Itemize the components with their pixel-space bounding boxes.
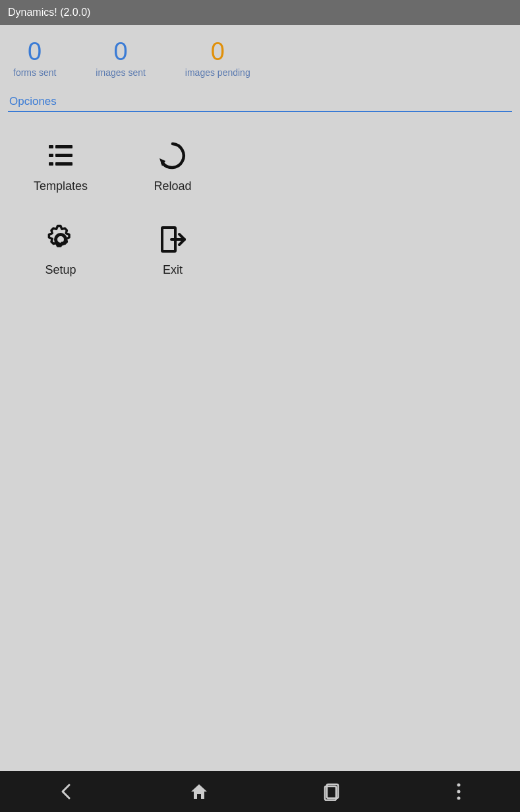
setup-icon <box>42 221 79 258</box>
app-title: Dynamics! (2.0.0) <box>8 7 90 18</box>
images-pending-label: images pending <box>185 67 250 78</box>
exit-label: Exit <box>163 263 183 277</box>
exit-button[interactable]: Exit <box>120 209 225 286</box>
templates-label: Templates <box>34 179 88 193</box>
setup-button[interactable]: Setup <box>8 209 113 286</box>
svg-rect-1 <box>55 154 72 157</box>
svg-point-12 <box>457 790 461 794</box>
forms-sent-stat: 0 forms sent <box>13 38 56 78</box>
images-sent-stat: 0 images sent <box>96 38 145 78</box>
stats-area: 0 forms sent 0 images sent 0 images pend… <box>0 25 520 91</box>
title-bar: Dynamics! (2.0.0) <box>0 0 520 25</box>
svg-point-11 <box>457 784 461 787</box>
images-sent-label: images sent <box>96 67 145 78</box>
exit-icon <box>154 221 191 258</box>
home-button[interactable] <box>177 776 221 807</box>
back-button[interactable] <box>44 776 89 807</box>
more-options-button[interactable] <box>442 776 476 807</box>
images-pending-value: 0 <box>211 38 225 66</box>
svg-rect-0 <box>55 145 72 148</box>
opciones-title: Opciones <box>8 91 512 112</box>
templates-icon <box>42 137 79 174</box>
menu-grid: Templates Reload Setup <box>0 112 520 293</box>
reload-icon <box>154 137 191 174</box>
content-area <box>0 293 520 771</box>
images-sent-value: 0 <box>114 38 128 66</box>
svg-rect-4 <box>49 154 53 157</box>
templates-button[interactable]: Templates <box>8 125 113 203</box>
forms-sent-label: forms sent <box>13 67 56 78</box>
forms-sent-value: 0 <box>28 38 42 66</box>
svg-rect-3 <box>49 145 53 148</box>
svg-rect-2 <box>55 162 72 166</box>
opciones-section: Opciones <box>0 91 520 112</box>
recents-button[interactable] <box>309 776 354 807</box>
setup-label: Setup <box>45 263 76 277</box>
reload-button[interactable]: Reload <box>120 125 225 203</box>
reload-label: Reload <box>154 179 191 193</box>
svg-point-13 <box>457 797 461 800</box>
svg-rect-5 <box>49 162 53 166</box>
images-pending-stat: 0 images pending <box>185 38 250 78</box>
bottom-nav-bar <box>0 771 520 812</box>
